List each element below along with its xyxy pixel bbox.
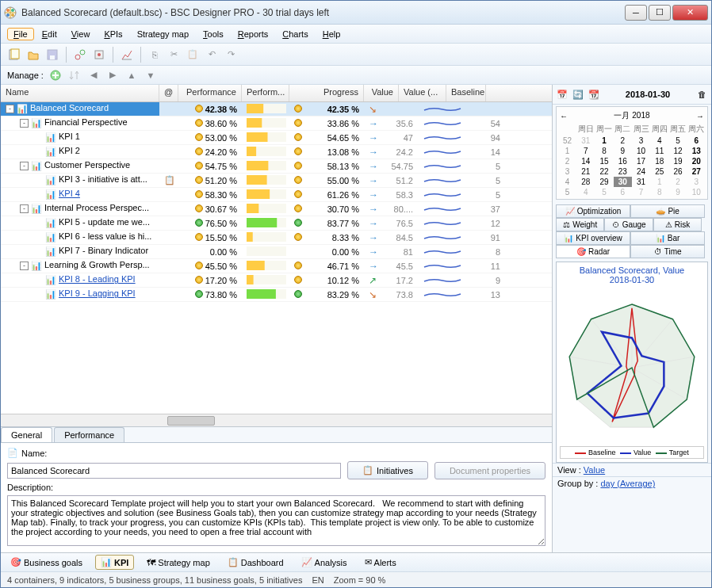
down-icon[interactable]: ▼ [144, 68, 158, 82]
svg-rect-34 [247, 246, 286, 256]
close-button[interactable]: ✕ [672, 5, 708, 21]
right-sidebar: 📅 🔄 📆 2018-01-30 🗑 ←一月 2018→ 周日周一周二周三周四周… [553, 85, 711, 552]
svg-rect-39 [247, 275, 254, 284]
paste-icon[interactable]: 📋 [186, 48, 200, 62]
grid-row[interactable]: -📊Learning & Growth Persp... 45.50 %46.7… [1, 259, 552, 273]
up-icon[interactable]: ▲ [124, 68, 139, 82]
tab-kpi-overview[interactable]: 📊 KPI overview [556, 231, 630, 245]
date-display: 2018-01-30 [603, 90, 692, 99]
name-input[interactable] [7, 463, 341, 479]
link-icon[interactable] [73, 48, 87, 62]
sort-icon[interactable] [67, 68, 82, 82]
copy-icon[interactable]: ⎘ [147, 48, 162, 62]
calendar[interactable]: ←一月 2018→ 周日周一周二周三周四周五周六5231123456178910… [556, 106, 708, 200]
menu-tools[interactable]: Tools [197, 28, 230, 40]
grid-row[interactable]: 📊KPI 5 - update me we... 76.50 %83.77 %→… [1, 216, 552, 231]
nav-dashboard[interactable]: 📋 Dashboard [223, 556, 289, 569]
grid-row[interactable]: 📊KPI 9 - Lagging KPI 73.80 %83.29 %↘73.8… [1, 288, 552, 302]
manage-bar: Manage : ◀ ▶ ▲ ▼ [1, 66, 711, 85]
kpi-grid[interactable]: Name @ Performance Perform... Progress V… [1, 85, 552, 414]
grid-row[interactable]: 📊KPI 7 - Binary Indicator0.00 %0.00 %→81… [1, 245, 552, 259]
nav-kpi[interactable]: 📊 KPI [95, 555, 134, 570]
grid-row[interactable]: -📊Balanced Scorecard 42.38 %42.35 %↘ [1, 102, 552, 116]
menu-strategy-map[interactable]: Strategy map [131, 28, 195, 40]
tab-optimization[interactable]: 📈 Optimization [556, 204, 630, 218]
col-name[interactable]: Name [1, 85, 159, 101]
maximize-button[interactable]: ☐ [649, 5, 671, 21]
svg-rect-41 [247, 289, 276, 299]
tab-performance[interactable]: Performance [54, 427, 124, 442]
tab-bar[interactable]: 📊 Bar [630, 231, 705, 245]
svg-point-2 [11, 9, 14, 12]
menu-charts[interactable]: Charts [276, 28, 314, 40]
redo-icon[interactable]: ↷ [224, 48, 238, 62]
initiatives-button[interactable]: 📋 Initiatives [347, 461, 428, 479]
grid-row[interactable]: 📊KPI 4 58.30 %61.26 %→58.35 [1, 188, 552, 202]
grid-row[interactable]: 📊KPI 3 - initiative is att...📋 51.20 %55… [1, 174, 552, 188]
col-baseline[interactable]: Baseline [446, 85, 486, 101]
svg-point-10 [80, 50, 85, 55]
date-cal-icon[interactable]: 📆 [588, 88, 600, 101]
minimize-button[interactable]: ─ [625, 5, 647, 21]
date-delete-icon[interactable]: 🗑 [695, 88, 708, 101]
date-refresh-icon[interactable]: 🔄 [572, 88, 584, 101]
document-properties-button[interactable]: Document properties [434, 462, 545, 479]
nav-analysis[interactable]: 📈 Analysis [297, 556, 352, 569]
radar-title-2: 2018-01-30 [560, 275, 704, 284]
menu-help[interactable]: Help [316, 28, 347, 40]
menu-view[interactable]: View [65, 28, 97, 40]
description-textarea[interactable]: This Balanced Scorecard Template project… [7, 495, 545, 546]
menu-reports[interactable]: Reports [232, 28, 275, 40]
undo-icon[interactable]: ↶ [205, 48, 219, 62]
col-progress[interactable]: Progress [289, 85, 364, 101]
tab-risk[interactable]: ⚠ Risk [653, 218, 702, 231]
svg-rect-19 [247, 132, 268, 142]
tab-time[interactable]: ⏱ Time [630, 245, 705, 258]
grid-row[interactable]: -📊Internal Process Perspec... 30.67 %30.… [1, 202, 552, 216]
col-value[interactable]: Value [364, 85, 399, 101]
settings-icon[interactable] [92, 48, 106, 62]
col-at[interactable]: @ [159, 85, 178, 101]
date-prev-icon[interactable]: 📅 [556, 88, 568, 101]
new-icon[interactable] [7, 48, 21, 62]
cut-icon[interactable]: ✂ [167, 48, 181, 62]
groupby-link[interactable]: day (Average) [600, 479, 655, 488]
next-icon[interactable]: ▶ [105, 68, 120, 82]
chart-icon[interactable] [120, 48, 134, 62]
col-perform-bar[interactable]: Perform... [242, 85, 289, 101]
tab-gauge[interactable]: ⏲ Gauge [604, 218, 653, 231]
name-label: 📄 Name: [7, 448, 47, 458]
tab-general[interactable]: General [1, 427, 52, 442]
grid-row[interactable]: 📊KPI 8 - Leading KPI 17.20 %10.12 %↗17.2… [1, 273, 552, 288]
col-value-chart[interactable]: Value (... [399, 85, 446, 101]
grid-row[interactable]: 📊KPI 1 53.00 %54.65 %→4794 [1, 131, 552, 145]
open-icon[interactable] [26, 48, 40, 62]
status-zoom: Zoom = 90 % [334, 575, 386, 585]
menu-edit[interactable]: Edit [36, 28, 63, 40]
col-performance[interactable]: Performance [178, 85, 242, 101]
nav-business-goals[interactable]: 🎯 Business goals [6, 556, 87, 569]
horizontal-scrollbar[interactable] [1, 414, 552, 426]
svg-rect-31 [247, 218, 277, 227]
titlebar: Balanced Scorecard (default.bsc) - BSC D… [1, 1, 711, 25]
grid-row[interactable]: 📊KPI 6 - less value is hi... 15.50 %8.33… [1, 231, 552, 245]
tab-pie[interactable]: 🥧 Pie [630, 204, 705, 218]
cal-next[interactable]: → [696, 112, 704, 120]
svg-rect-8 [50, 55, 55, 59]
menu-file[interactable]: File [7, 28, 34, 40]
save-icon[interactable] [45, 48, 59, 62]
grid-row[interactable]: -📊Customer Perspective 54.75 %58.13 %→54… [1, 159, 552, 174]
cal-prev[interactable]: ← [560, 112, 568, 120]
add-item-icon[interactable] [48, 68, 63, 82]
tab-weight[interactable]: ⚖ Weight [556, 218, 604, 231]
grid-row[interactable]: 📊KPI 2 24.20 %13.08 %→24.214 [1, 145, 552, 159]
nav-alerts[interactable]: ✉ Alerts [360, 556, 401, 569]
nav-strategy-map[interactable]: 🗺 Strategy map [142, 556, 214, 569]
status-lang: EN [312, 575, 323, 585]
prev-icon[interactable]: ◀ [86, 68, 101, 82]
view-link[interactable]: Value [584, 465, 605, 475]
tab-radar[interactable]: 🎯 Radar [556, 245, 630, 258]
menu-kpis[interactable]: KPIs [98, 28, 128, 40]
view-row: View : Value [553, 463, 711, 476]
grid-row[interactable]: -📊Financial Perspective 38.60 %33.86 %→3… [1, 116, 552, 131]
